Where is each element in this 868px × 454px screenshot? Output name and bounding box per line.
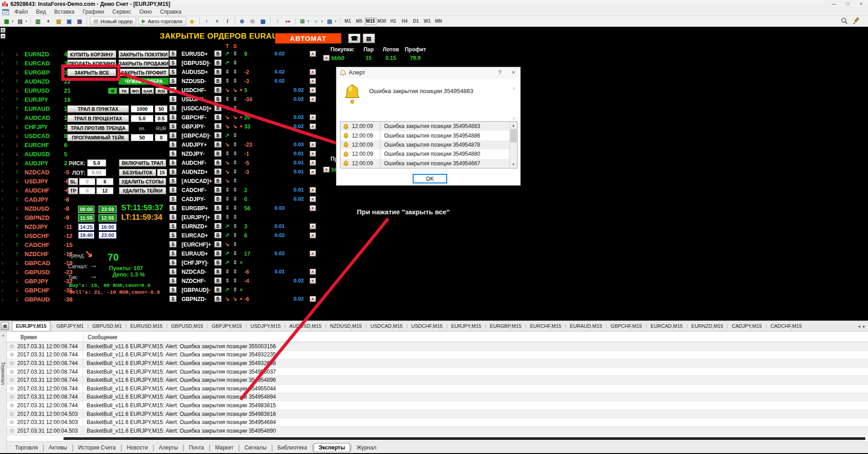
new-chart-icon[interactable]: ▦▾ — [1, 17, 15, 25]
dialog-close-button[interactable]: × — [507, 67, 520, 78]
sell-button[interactable]: S — [169, 214, 177, 220]
buy-button[interactable]: B — [214, 277, 222, 284]
close-order-button[interactable]: × — [310, 87, 316, 93]
navigator-icon[interactable]: ▧ — [54, 17, 64, 25]
timeframe-M15[interactable]: M15 — [365, 18, 376, 25]
auto-trading-button[interactable]: ▶Авто-торговля — [138, 17, 186, 25]
buy-button[interactable]: B — [214, 123, 222, 129]
menu-файл[interactable]: Файл — [10, 9, 32, 15]
buy-button[interactable]: B — [214, 150, 222, 157]
alert-row[interactable]: 12:00:09Ошибка закрытия позиции 35495487… — [340, 140, 510, 149]
close-button[interactable]: × — [854, 0, 868, 8]
terminal-tab-сигналы[interactable]: Сигналы — [240, 444, 271, 452]
tile-windows-icon[interactable]: ▦ — [258, 17, 268, 25]
chart-tab-EURJPY-M15[interactable]: EURJPY,M15 — [448, 321, 485, 331]
close-order-button[interactable]: × — [310, 251, 316, 257]
cursor-icon[interactable]: ↑ — [202, 17, 212, 25]
sell-button[interactable]: S — [169, 141, 177, 148]
sell-button[interactable]: S — [169, 78, 177, 84]
alert-row[interactable]: 12:00:09Ошибка закрытия позиции 35495488… — [340, 149, 510, 158]
buy-button[interactable]: B — [214, 141, 222, 148]
sell-button[interactable]: S — [169, 223, 177, 229]
chart-tab-AUDUSD-M15[interactable]: AUDUSD,M15 — [286, 321, 325, 331]
menu-вставка[interactable]: Вставка — [50, 9, 79, 15]
sell-button[interactable]: S — [169, 96, 177, 102]
help-button[interactable]: ? — [493, 67, 507, 78]
buy-button[interactable]: B — [214, 241, 222, 247]
chart-close-button[interactable]: × — [0, 34, 5, 39]
terminal-tab-журнал[interactable]: Журнал — [352, 444, 381, 452]
menu-сервис[interactable]: Сервис — [108, 9, 135, 15]
sell-button[interactable]: S — [169, 59, 177, 66]
buy-button[interactable]: B — [214, 259, 222, 266]
alerts-lamp-icon[interactable]: ◆ — [187, 17, 197, 25]
terminal-tab-торговля[interactable]: Торговля — [10, 444, 42, 452]
terminal-tab-новости[interactable]: Новости — [122, 444, 152, 452]
terminal-tab-маркет[interactable]: Маркет — [211, 444, 238, 452]
buy-button[interactable]: B — [214, 196, 222, 202]
tab-scroll-left[interactable]: ◂ — [856, 324, 862, 329]
log-row[interactable]: 2017.03.31 12:00:04.503BasketBull_v11.6 … — [7, 427, 868, 435]
close-order-button[interactable]: × — [310, 196, 316, 202]
close-buys-button[interactable]: × — [323, 55, 330, 61]
sell-button[interactable]: S — [169, 296, 177, 302]
terminal-close-icon[interactable]: × — [2, 333, 5, 338]
log-row[interactable]: 2017.03.31 12:00:08.744BasketBull_v11.6 … — [7, 393, 868, 402]
close-sells-button[interactable]: × — [323, 167, 330, 173]
automat-button[interactable]: АВТОМАТ — [275, 33, 341, 44]
buy-button[interactable]: B — [214, 159, 222, 166]
sell-button[interactable]: S — [169, 196, 177, 202]
timeframe-D1[interactable]: D1 — [410, 18, 422, 25]
sell-button[interactable]: S — [169, 205, 177, 211]
buy-button[interactable]: B — [214, 114, 222, 120]
close-order-button[interactable]: × — [310, 114, 316, 120]
ok-button[interactable]: OK — [413, 174, 447, 183]
maximize-button[interactable]: □ — [841, 0, 854, 8]
phone-icon[interactable]: ☎ — [348, 34, 360, 43]
sell-button[interactable]: S — [169, 241, 177, 247]
close-order-button[interactable]: × — [310, 223, 316, 229]
chart-tab-USDCAD-M15[interactable]: USDCAD,M15 — [367, 321, 406, 331]
close-order-button[interactable]: × — [310, 187, 316, 193]
buy-button[interactable]: B — [214, 250, 222, 257]
alert-dialog[interactable]: Алерт ? × Ошибка закрытия позиции 354954… — [336, 67, 521, 186]
buy-button[interactable]: B — [214, 178, 222, 184]
sell-button[interactable]: S — [169, 150, 177, 157]
sell-button[interactable]: S — [169, 132, 177, 138]
data-window-icon[interactable]: + — [43, 17, 54, 25]
close-order-button[interactable]: × — [310, 69, 316, 75]
indicators-icon[interactable]: ⊞▾ — [297, 17, 311, 25]
log-row[interactable]: 2017.03.31 12:00:08.744BasketBull_v11.6 … — [7, 401, 868, 410]
zoom-out-icon[interactable]: ⊖ — [247, 17, 258, 25]
sell-button[interactable]: S — [169, 259, 177, 266]
chart-tab-GBPUSD-M1[interactable]: GBPUSD,M1 — [89, 321, 125, 331]
chart-tab-USDJPY-M15[interactable]: USDJPY,M15 — [247, 321, 284, 331]
buy-button[interactable]: B — [214, 268, 222, 275]
close-order-button[interactable]: × — [310, 232, 316, 238]
chart-tab-EURJPY-M15[interactable]: EURJPY,M15 — [12, 321, 50, 331]
log-row[interactable]: 2017.03.31 12:00:08.744BasketBull_v11.6 … — [7, 368, 868, 376]
chart-tab-NZDUSD-M15[interactable]: NZDUSD,M15 — [326, 321, 365, 331]
market-watch-icon[interactable]: ▥ — [33, 17, 43, 25]
log-row[interactable]: 2017.03.31 12:00:08.744BasketBull_v11.6 … — [7, 342, 868, 351]
sell-button[interactable]: S — [169, 286, 177, 293]
buy-button[interactable]: B — [214, 96, 222, 102]
sell-button[interactable]: S — [169, 159, 177, 166]
close-order-button[interactable]: × — [310, 169, 316, 175]
zoom-in-icon[interactable]: ⊕ — [237, 17, 247, 25]
log-row[interactable]: 2017.03.31 12:00:04.503BasketBull_v11.6 … — [7, 418, 868, 427]
message-scroll-down-icon[interactable]: ∨ — [512, 115, 516, 121]
buy-button[interactable]: B — [214, 296, 222, 302]
close-order-button[interactable]: × — [310, 123, 316, 129]
close-order-button[interactable]: × — [310, 205, 316, 211]
close-order-button[interactable]: × — [310, 269, 316, 275]
chart-tab-CADCHF-M15[interactable]: CADCHF,M15 — [767, 321, 805, 331]
chart-collapse-button[interactable]: C — [0, 28, 5, 33]
trendline-icon[interactable]: / — [222, 17, 233, 25]
buy-button[interactable]: B — [214, 78, 222, 84]
close-order-button[interactable]: × — [310, 296, 316, 302]
terminal-tab-эксперты[interactable]: Эксперты — [314, 443, 350, 452]
sell-button[interactable]: S — [169, 69, 177, 75]
log-row[interactable]: 2017.03.31 12:00:04.503BasketBull_v11.6 … — [7, 410, 868, 419]
screen-icon[interactable]: ▤ — [363, 34, 375, 43]
